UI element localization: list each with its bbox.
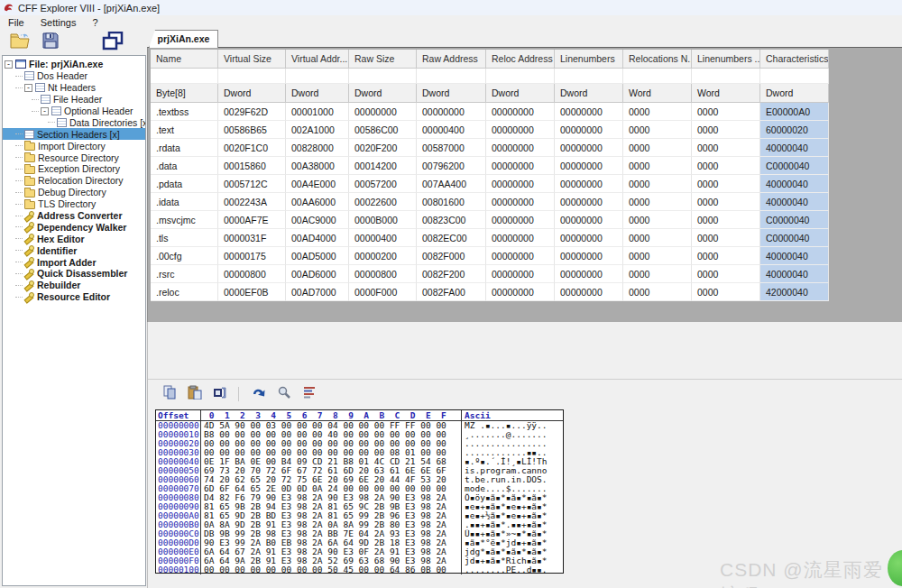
collapse-expander-icon[interactable]: - [24, 84, 32, 92]
hex-ascii[interactable]: is.program.canno [461, 466, 563, 475]
tree-item-resource-directory[interactable]: Resource Directory [3, 152, 145, 163]
value-cell[interactable]: 00000000 [555, 103, 623, 121]
column-header-characteristics[interactable]: Characteristics [760, 50, 829, 69]
value-cell[interactable]: 0000 [623, 211, 692, 229]
value-cell[interactable]: 00000000 [486, 193, 555, 211]
value-cell[interactable]: 00057200 [349, 175, 417, 193]
tree-item-debug-directory[interactable]: Debug Directory [3, 187, 145, 198]
value-cell[interactable]: 00828000 [286, 139, 349, 157]
value-cell[interactable]: C0000040 [760, 229, 829, 247]
value-cell[interactable]: 40000040 [760, 247, 829, 265]
value-cell[interactable]: 00000200 [349, 247, 417, 265]
tree-item-exception-directory[interactable]: Exception Directory [3, 163, 145, 175]
value-cell[interactable]: 00000000 [555, 193, 623, 211]
tree-item-identifier[interactable]: Identifier [3, 244, 145, 256]
value-cell[interactable]: 007AA400 [417, 175, 486, 193]
value-cell[interactable]: 0000 [692, 193, 760, 211]
value-cell[interactable]: 0000 [623, 139, 692, 157]
value-cell[interactable]: 00796200 [417, 157, 486, 175]
value-cell[interactable]: 00A4E000 [286, 175, 349, 193]
value-cell[interactable]: 0029F62D [218, 103, 286, 121]
value-cell[interactable]: 00000000 [486, 283, 555, 301]
value-cell[interactable]: 00000000 [486, 265, 555, 283]
value-cell[interactable]: 00000000 [555, 265, 623, 283]
value-cell[interactable]: 60000020 [760, 121, 829, 139]
section-name-cell[interactable]: .rdata [151, 139, 218, 157]
value-cell[interactable]: 00AD7000 [286, 283, 349, 301]
value-cell[interactable]: 0000F000 [349, 283, 417, 301]
tree-item-file-header[interactable]: File Header [3, 94, 145, 106]
copy-icon[interactable] [162, 385, 177, 403]
value-cell[interactable]: 0000 [692, 283, 760, 301]
tree-item-section-headers-x[interactable]: Section Headers [x] [3, 128, 145, 140]
value-cell[interactable]: 0000 [692, 121, 760, 139]
value-cell[interactable]: C0000040 [760, 157, 829, 175]
value-cell[interactable]: 00587000 [417, 139, 486, 157]
value-cell[interactable]: 0000 [692, 103, 760, 121]
value-cell[interactable]: 0000 [692, 157, 760, 175]
value-cell[interactable]: 0000 [623, 175, 692, 193]
column-header-name[interactable]: Name [151, 50, 218, 69]
value-cell[interactable]: 00000000 [555, 139, 623, 157]
value-cell[interactable]: 00022600 [349, 193, 417, 211]
value-cell[interactable]: 0000AF7E [218, 211, 286, 229]
value-cell[interactable]: 00000000 [486, 229, 555, 247]
section-name-cell[interactable]: .tls [151, 229, 218, 247]
paste-icon[interactable] [188, 385, 202, 403]
value-cell[interactable]: 00014200 [349, 157, 417, 175]
fill-icon[interactable] [213, 385, 227, 403]
value-cell[interactable]: 00AD5000 [286, 247, 349, 265]
value-cell[interactable]: 00000000 [555, 175, 623, 193]
value-cell[interactable]: 0000031F [218, 229, 286, 247]
open-file-icon[interactable] [9, 32, 31, 54]
menu-settings[interactable]: Settings [32, 17, 85, 28]
hex-ascii[interactable]: ▪e▪+▪ã▪*▪e▪+▪ã▪* [461, 502, 563, 511]
search-icon[interactable] [277, 385, 291, 403]
value-cell[interactable]: 0000 [623, 121, 692, 139]
tree-item-hex-editor[interactable]: Hex Editor [3, 233, 145, 244]
value-cell[interactable]: 00586C00 [349, 121, 417, 139]
hex-ascii[interactable]: MZ .▪...▪...ÿÿ.. [461, 421, 563, 430]
section-name-cell[interactable]: .reloc [151, 283, 218, 301]
value-cell[interactable]: 00AC9000 [286, 211, 349, 229]
tree-item-import-adder[interactable]: Import Adder [3, 256, 145, 268]
tree-item-address-converter[interactable]: Address Converter [3, 210, 145, 222]
value-cell[interactable]: 0082F200 [417, 265, 486, 283]
value-cell[interactable]: 00823C00 [417, 211, 486, 229]
value-cell[interactable]: 00000000 [555, 121, 623, 139]
section-name-cell[interactable]: .data [151, 157, 218, 175]
hex-ascii[interactable]: Û▪▪+▪ã▪*»~▪*▪ã▪* [461, 529, 563, 538]
section-name-cell[interactable]: .rsrc [151, 265, 218, 283]
collapse-expander-icon[interactable]: - [41, 107, 49, 115]
value-cell[interactable]: 00000800 [349, 265, 417, 283]
value-cell[interactable]: 00000000 [486, 175, 555, 193]
hex-ascii[interactable]: .▪▪+▪ã▪*.▪▪+▪ã▪* [461, 520, 563, 529]
column-header-virtual-size[interactable]: Virtual Size [218, 50, 286, 69]
value-cell[interactable]: C0000040 [760, 211, 829, 229]
hex-ascii[interactable]: ▪e▪+½ã▪*▪e▪+▪ã▪* [461, 511, 563, 520]
value-cell[interactable]: 00000000 [486, 247, 555, 265]
hex-ascii[interactable]: ............▪▪.. [461, 448, 563, 457]
value-cell[interactable]: 00AD4000 [286, 229, 349, 247]
value-cell[interactable]: 00AD6000 [286, 265, 349, 283]
column-header-linenumbers[interactable]: Linenumbers [555, 50, 623, 69]
section-name-cell[interactable]: .text [151, 121, 218, 139]
menu-file[interactable]: File [0, 17, 32, 28]
hex-ascii[interactable]: ........PE..d▪▪. [461, 565, 563, 574]
value-cell[interactable]: 0000 [692, 229, 760, 247]
value-cell[interactable]: 00000000 [555, 157, 623, 175]
section-name-cell[interactable]: .00cfg [151, 247, 218, 265]
value-cell[interactable]: 0020F200 [349, 139, 417, 157]
tree-item-dependency-walker[interactable]: Dependency Walker [3, 221, 145, 233]
value-cell[interactable]: 00801600 [417, 193, 486, 211]
value-cell[interactable]: 40000040 [760, 139, 829, 157]
value-cell[interactable]: 42000040 [760, 283, 829, 301]
tree-item-nt-headers[interactable]: -Nt Headers [3, 82, 145, 94]
save-file-icon[interactable] [41, 32, 60, 53]
value-cell[interactable]: 00000400 [349, 229, 417, 247]
section-name-cell[interactable]: .msvcjmc [151, 211, 218, 229]
tree-item-dos-header[interactable]: Dos Header [3, 70, 145, 82]
hex-ascii[interactable]: ¸.......@....... [461, 430, 563, 439]
value-cell[interactable]: 0082EC00 [417, 229, 486, 247]
column-header-raw-address[interactable]: Raw Address [417, 50, 486, 69]
